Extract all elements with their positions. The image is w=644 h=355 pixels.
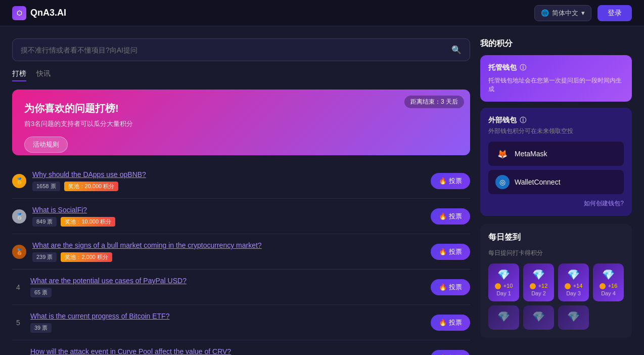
question-title[interactable]: What is SocialFi? <box>32 206 425 214</box>
checkin-grid: 💎 +10 Day 1 💎 +12 Day 2 💎 <box>488 263 624 301</box>
daily-checkin-section: 每日签到 每日提问打卡得积分 💎 +10 Day 1 💎 +12 <box>480 224 632 338</box>
question-tags: 849 票 奖池：10,000 积分 <box>32 217 425 227</box>
left-panel: 🔍 打榜 快讯 距离结束：3 天后 为你喜欢的问题打榜! 前3名问题的支持者可以… <box>12 38 470 343</box>
create-wallet-link[interactable]: 如何创建钱包? <box>488 199 624 208</box>
custodial-wallet-card: 托管钱包 ⓘ 托管钱包地址会在您第一次提问后的一段时间内生成 <box>480 55 632 102</box>
checkin-day-label-3: Day 3 <box>561 290 586 296</box>
rank-icon-3: 🥉 <box>12 245 26 259</box>
search-bar: 🔍 <box>12 38 470 61</box>
banner: 距离结束：3 天后 为你喜欢的问题打榜! 前3名问题的支持者可以瓜分大量积分 活… <box>12 90 470 155</box>
reward-badge: 奖池：20,000 积分 <box>64 182 119 191</box>
login-button[interactable]: 登录 <box>597 5 632 21</box>
question-title[interactable]: What are the potential use cases of PayP… <box>30 277 425 285</box>
banner-badge: 距离结束：3 天后 <box>404 96 464 108</box>
checkin-empty <box>593 305 624 330</box>
checkin-reward-4: +16 <box>596 283 621 289</box>
daily-checkin-desc: 每日提问打卡得积分 <box>488 249 624 257</box>
vote-count-badge: 239 票 <box>32 252 57 262</box>
checkin-crystal-icon: 💎 <box>526 269 551 281</box>
coin-icon <box>495 283 501 289</box>
checkin-reward-1: +10 <box>491 283 516 289</box>
vote-count-badge: 39 票 <box>30 323 52 333</box>
search-icon[interactable]: 🔍 <box>451 45 462 55</box>
question-content: What is SocialFi? 849 票 奖池：10,000 积分 <box>32 206 425 227</box>
vote-count-badge: 849 票 <box>32 217 57 227</box>
checkin-day-2[interactable]: 💎 +12 Day 2 <box>523 263 554 301</box>
question-title[interactable]: Why should the DApps use opBNB? <box>32 170 425 179</box>
coin-icon <box>565 283 571 289</box>
question-title[interactable]: What are the signs of a bull market comi… <box>32 241 425 249</box>
table-row: 🥇 Why should the DApps use opBNB? 1658 票… <box>12 163 470 199</box>
rank-icon-2: 🥈 <box>12 209 26 224</box>
banner-rules-button[interactable]: 活动规则 <box>24 137 68 153</box>
question-content: Why should the DApps use opBNB? 1658 票 奖… <box>32 170 425 191</box>
walletconnect-label: WalletConnect <box>515 178 561 186</box>
vote-button[interactable]: 🔥 投票 <box>431 279 470 295</box>
daily-checkin-title: 每日签到 <box>488 232 624 243</box>
table-row: 🥈 What is SocialFi? 849 票 奖池：10,000 积分 🔥… <box>12 199 470 234</box>
reward-badge: 奖池：2,000 积分 <box>61 252 112 262</box>
metamask-icon: 🦊 <box>495 147 510 161</box>
my-points-title: 我的积分 <box>480 38 632 49</box>
checkin-day-label-4: Day 4 <box>596 290 621 296</box>
checkin-crystal-icon: 💎 <box>491 269 516 281</box>
checkin-day-7[interactable]: 💎 <box>558 305 589 330</box>
tabs: 打榜 快讯 <box>12 69 470 81</box>
table-row: 5 What is the current progress of Bitcoi… <box>12 305 470 340</box>
logo-text: QnA3.AI <box>30 8 66 18</box>
question-tags: 1658 票 奖池：20,000 积分 <box>32 182 425 191</box>
checkin-day-label-2: Day 2 <box>526 290 551 296</box>
checkin-day-1[interactable]: 💎 +10 Day 1 <box>488 263 519 301</box>
globe-icon: 🌐 <box>541 9 549 17</box>
checkin-crystal-icon: 💎 <box>561 310 586 323</box>
vote-button[interactable]: 🔥 投票 <box>431 173 470 189</box>
checkin-day-5[interactable]: 💎 <box>488 305 519 330</box>
rank-icon-1: 🥇 <box>12 174 26 188</box>
question-content: What are the signs of a bull market comi… <box>32 241 425 262</box>
reward-badge: 奖池：10,000 积分 <box>61 217 115 227</box>
question-title[interactable]: How will the attack event in Curve Pool … <box>30 347 425 355</box>
question-content: How will the attack event in Curve Pool … <box>30 347 425 355</box>
tab-ranking[interactable]: 打榜 <box>12 69 26 81</box>
header-right: 🌐 简体中文 ▾ 登录 <box>534 5 632 21</box>
lang-label: 简体中文 <box>552 9 578 18</box>
main-layout: 🔍 打榜 快讯 距离结束：3 天后 为你喜欢的问题打榜! 前3名问题的支持者可以… <box>0 26 644 355</box>
walletconnect-option[interactable]: ◎ WalletConnect <box>488 170 624 194</box>
info-icon: ⓘ <box>520 63 526 72</box>
fire-icon: 🔥 <box>439 248 447 255</box>
question-content: What is the current progress of Bitcoin … <box>30 312 425 333</box>
tab-news[interactable]: 快讯 <box>36 69 51 81</box>
metamask-label: MetaMask <box>515 150 547 158</box>
chevron-down-icon: ▾ <box>581 9 585 17</box>
checkin-bottom-row: 💎 💎 💎 <box>488 305 624 330</box>
custodial-wallet-desc: 托管钱包地址会在您第一次提问后的一段时间内生成 <box>488 76 624 94</box>
checkin-reward-2: +12 <box>526 283 551 289</box>
info-icon: ⓘ <box>520 116 526 125</box>
checkin-day-6[interactable]: 💎 <box>523 305 554 330</box>
logo: ⬡ QnA3.AI <box>12 6 66 20</box>
rank-number: 5 <box>12 319 24 327</box>
external-wallet-title: 外部钱包 ⓘ <box>488 116 624 125</box>
checkin-day-3[interactable]: 💎 +14 Day 3 <box>558 263 589 301</box>
metamask-option[interactable]: 🦊 MetaMask <box>488 142 624 166</box>
header: ⬡ QnA3.AI 🌐 简体中文 ▾ 登录 <box>0 0 644 26</box>
vote-count-badge: 1658 票 <box>32 182 60 191</box>
question-title[interactable]: What is the current progress of Bitcoin … <box>30 312 425 320</box>
fire-icon: 🔥 <box>439 319 447 326</box>
vote-count-badge: 65 票 <box>30 288 52 297</box>
question-tags: 65 票 <box>30 288 425 297</box>
vote-button[interactable]: 🔥 投票 <box>431 350 470 356</box>
checkin-day-4[interactable]: 💎 +16 Day 4 <box>593 263 624 301</box>
vote-button[interactable]: 🔥 投票 <box>431 208 470 225</box>
vote-button[interactable]: 🔥 投票 <box>431 315 470 331</box>
vote-button[interactable]: 🔥 投票 <box>431 244 470 260</box>
banner-desc: 前3名问题的支持者可以瓜分大量积分 <box>24 119 458 128</box>
coin-icon <box>530 283 536 289</box>
fire-icon: 🔥 <box>439 177 447 185</box>
search-input[interactable] <box>21 46 446 54</box>
rank-number: 4 <box>12 283 24 291</box>
checkin-crystal-icon: 💎 <box>561 269 586 281</box>
question-content: What are the potential use cases of PayP… <box>30 277 425 297</box>
logo-icon: ⬡ <box>12 6 26 20</box>
lang-selector[interactable]: 🌐 简体中文 ▾ <box>534 5 591 21</box>
